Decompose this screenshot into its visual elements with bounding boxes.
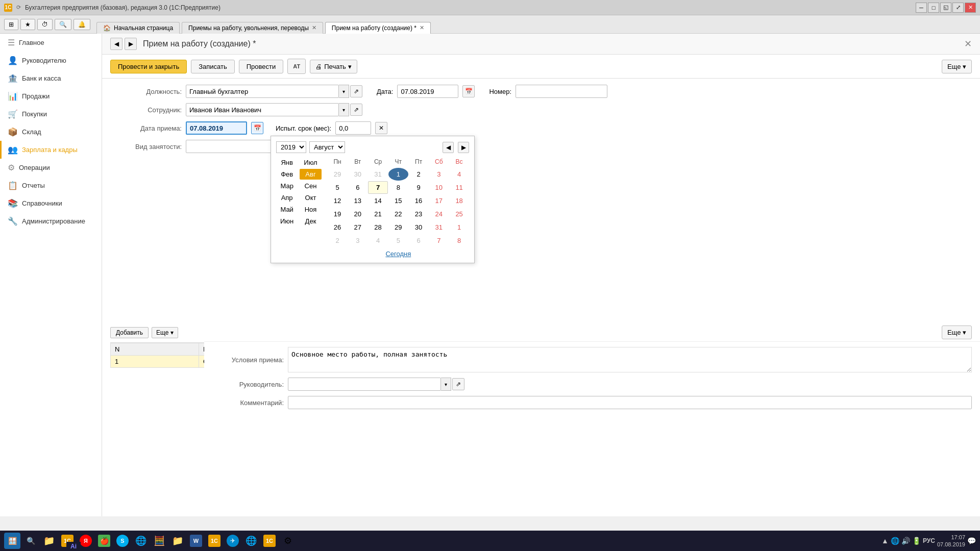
number-input[interactable] [516,85,607,98]
restore-btn[interactable]: □ [928,3,939,13]
battery-icon[interactable]: 🔋 [912,537,921,545]
taskbar-file-explorer[interactable]: 📁 [41,533,57,549]
cal-day-6b[interactable]: 6 [409,234,429,247]
add-row-btn[interactable]: Добавить [110,327,149,338]
post-btn[interactable]: Провести [239,60,284,73]
cal-day-15[interactable]: 15 [388,194,408,207]
month-jul[interactable]: Июл [300,157,321,168]
language-indicator[interactable]: РУС [923,537,935,544]
sidebar-item-admin[interactable]: 🔧 Администрирование [0,212,102,230]
position-link-btn[interactable]: ⇗ [350,85,362,97]
tab-hires-close[interactable]: ✕ [312,24,316,31]
month-sep[interactable]: Сен [300,181,321,191]
cal-day-30b[interactable]: 30 [409,221,429,234]
cal-day-26[interactable]: 26 [328,221,348,234]
cal-day-24[interactable]: 24 [429,208,449,220]
cal-day-25[interactable]: 25 [449,208,469,220]
taskbar-settings[interactable]: ⚙ [280,533,296,549]
cal-day-16[interactable]: 16 [409,194,429,207]
nav-back-btn[interactable]: ◀ [110,38,122,50]
cal-day-13[interactable]: 13 [348,194,368,207]
hire-date-calendar-btn[interactable]: 📅 [251,122,263,134]
more-btn[interactable]: Еще ▾ [942,60,972,73]
bookmark-btn[interactable]: ★ [20,19,35,30]
tab-hires[interactable]: Приемы на работу, увольнения, переводы ✕ [182,22,323,34]
post-close-btn[interactable]: Провести и закрыть [110,60,187,73]
show-hidden-icons[interactable]: ▲ [881,537,889,545]
trial-period-clear-btn[interactable]: ✕ [375,122,387,134]
cal-day-4[interactable]: 4 [449,168,469,181]
sidebar-item-salary[interactable]: 👥 Зарплата и кадры [0,141,102,159]
cal-day-7b[interactable]: 7 [429,234,449,247]
today-link[interactable]: Сегодня [385,250,411,258]
start-button[interactable]: 🪟 [4,533,20,549]
month-mar[interactable]: Мар [276,181,298,191]
manager-dropdown-btn[interactable]: ▾ [441,378,451,391]
year-selector[interactable]: 2019 [276,141,306,153]
date-calendar-btn[interactable]: 📅 [462,85,475,97]
window-controls[interactable]: ─ □ ◱ ⤢ ✕ [916,3,976,13]
cal-day-1b[interactable]: 1 [449,221,469,234]
employee-input[interactable] [186,103,339,116]
today-button[interactable]: Сегодня [328,250,469,258]
kt-btn[interactable]: АТ [287,59,306,74]
cal-day-28[interactable]: 28 [368,221,388,234]
cal-day-2b[interactable]: 2 [328,234,348,247]
cal-day-11[interactable]: 11 [449,181,469,194]
month-dec[interactable]: Дек [300,216,321,227]
sidebar-item-operations[interactable]: ⚙ Операции [0,159,102,177]
sidebar-item-main[interactable]: ☰ Главное [0,34,102,52]
cal-day-3b[interactable]: 3 [348,234,368,247]
sidebar-item-purchases[interactable]: 🛒 Покупки [0,105,102,123]
close-window-btn[interactable]: ✕ [965,3,976,13]
table-more-btn[interactable]: Еще ▾ [152,327,178,338]
tab-hire-new[interactable]: Прием на работу (создание) * ✕ [325,22,431,34]
taskbar-word[interactable]: W [188,533,204,549]
cal-day-14[interactable]: 14 [368,194,388,207]
month-oct[interactable]: Окт [300,192,321,203]
cal-day-10[interactable]: 10 [429,181,449,194]
sidebar-item-references[interactable]: 📚 Справочники [0,194,102,212]
employee-dropdown-btn[interactable]: ▾ [339,103,349,116]
notifications-btn[interactable]: 🔔 [74,19,90,30]
conditions-textarea[interactable] [288,347,972,372]
cal-day-12[interactable]: 12 [328,194,348,207]
cal-day-31[interactable]: 31 [368,168,388,181]
sidebar-item-sales[interactable]: 📊 Продажи [0,87,102,105]
cal-day-5[interactable]: 5 [328,181,348,194]
cal-day-21[interactable]: 21 [368,208,388,220]
table-eshche-right-btn[interactable]: Еще ▾ [942,325,972,339]
cal-day-31b[interactable]: 31 [429,221,449,234]
cal-day-6[interactable]: 6 [348,181,368,194]
notification-center-icon[interactable]: 💬 [967,537,976,545]
sidebar-item-manager[interactable]: 👤 Руководителю [0,52,102,69]
taskbar-apple[interactable]: 🍎 [96,533,112,549]
cal-day-5b[interactable]: 5 [388,234,408,247]
manager-link-btn[interactable]: ⇗ [452,378,464,390]
tab-hire-new-close[interactable]: ✕ [420,24,424,31]
month-nov[interactable]: Ноя [300,204,321,215]
cal-day-7[interactable]: 7 [368,181,388,194]
taskbar-telegram[interactable]: ✈ [225,533,241,549]
network-icon[interactable]: 🌐 [891,537,899,545]
cal-day-17[interactable]: 17 [429,194,449,207]
history-btn[interactable]: ⏱ [37,19,53,30]
cal-day-20[interactable]: 20 [348,208,368,220]
sidebar-item-bank[interactable]: 🏦 Банк и касса [0,69,102,87]
taskbar-skype[interactable]: S [114,533,131,549]
month-jun[interactable]: Июн [276,216,298,227]
save-btn[interactable]: Записать [191,60,235,73]
search-btn[interactable]: 🔍 [55,19,71,30]
month-aug[interactable]: Авг [300,169,321,180]
manager-input[interactable] [288,378,441,391]
calendar-prev-btn[interactable]: ◀ [443,142,454,153]
employee-link-btn[interactable]: ⇗ [350,104,362,116]
minimize-btn[interactable]: ─ [916,3,927,13]
tab-home[interactable]: 🏠 Начальная страница [96,22,180,34]
sidebar-item-warehouse[interactable]: 📦 Склад [0,123,102,141]
volume-icon[interactable]: 🔊 [901,537,910,545]
cal-day-1[interactable]: 1 [388,168,408,181]
calendar-next-btn[interactable]: ▶ [458,142,469,153]
cal-day-9[interactable]: 9 [409,181,429,194]
cal-day-8[interactable]: 8 [388,181,408,194]
